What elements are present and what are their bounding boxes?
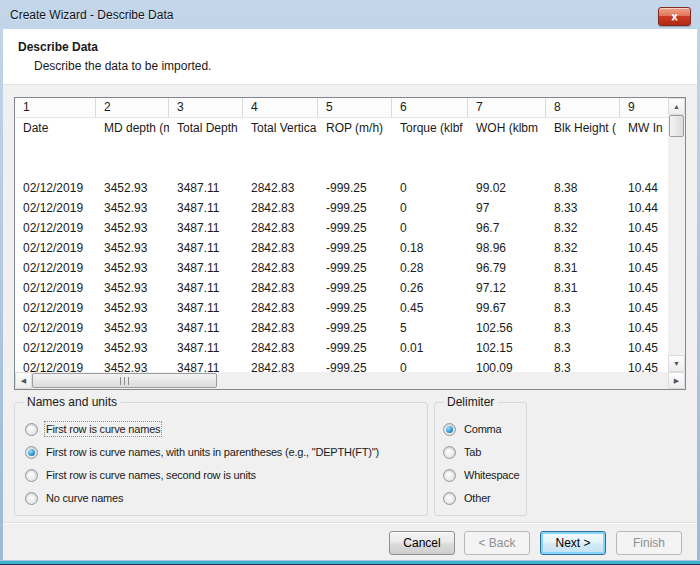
grid-cell: 97.12	[468, 278, 546, 298]
column-number-header[interactable]: 1	[15, 98, 96, 117]
grid-cell: 02/12/2019	[15, 358, 96, 372]
radio-second-row-units[interactable]: First row is curve names, second row is …	[25, 465, 421, 485]
grid-cell: 02/12/2019	[15, 298, 96, 318]
radio-icon[interactable]	[443, 469, 456, 482]
horizontal-scrollbar[interactable]: ◀ ▶	[15, 372, 685, 389]
finish-button[interactable]: Finish	[616, 531, 682, 555]
radio-icon[interactable]	[25, 469, 38, 482]
grid-cell: 3487.11	[169, 258, 243, 278]
radio-label: First row is curve names	[46, 423, 160, 435]
radio-label: Tab	[464, 446, 481, 458]
radio-whitespace[interactable]: Whitespace	[443, 465, 522, 485]
grid-cell: 0	[392, 178, 468, 198]
horizontal-scroll-thumb[interactable]	[32, 373, 217, 388]
grid-cell	[169, 158, 243, 178]
grid-cell: 10.45	[620, 258, 668, 278]
close-button[interactable]: x	[658, 7, 691, 26]
grid-cell	[15, 158, 96, 178]
close-icon: x	[671, 10, 677, 22]
empty-row[interactable]	[15, 158, 668, 178]
column-number-header[interactable]: 2	[96, 98, 169, 117]
data-row[interactable]: 02/12/20193452.933487.112842.83-999.250.…	[15, 278, 668, 298]
grid-cell: 0.18	[392, 238, 468, 258]
grid-cell: 3487.11	[169, 278, 243, 298]
grid-cell	[546, 158, 620, 178]
grid-cell: 3487.11	[169, 338, 243, 358]
radio-names-with-units-parentheses[interactable]: First row is curve names, with units in …	[25, 442, 421, 462]
vertical-scroll-track[interactable]	[668, 137, 685, 355]
radio-icon[interactable]	[443, 492, 456, 505]
data-row[interactable]: 02/12/20193452.933487.112842.83-999.2501…	[15, 358, 668, 372]
scroll-down-icon[interactable]: ▼	[668, 355, 685, 372]
radio-label: Whitespace	[464, 469, 519, 481]
vertical-scrollbar[interactable]: ▲ ▼	[668, 98, 685, 372]
column-names-row[interactable]: DateMD depth (mTotal DepthTotal VerticaR…	[15, 118, 668, 138]
grid-cell: WOH (klbm	[468, 118, 546, 138]
data-preview-grid: 123456789 DateMD depth (mTotal DepthTota…	[14, 97, 686, 390]
data-row[interactable]: 02/12/20193452.933487.112842.83-999.250.…	[15, 258, 668, 278]
scroll-left-icon[interactable]: ◀	[15, 372, 32, 389]
grid-main: 123456789 DateMD depth (mTotal DepthTota…	[15, 98, 668, 372]
grid-cell: 2842.83	[243, 258, 318, 278]
data-row[interactable]: 02/12/20193452.933487.112842.83-999.2551…	[15, 318, 668, 338]
title-bar[interactable]: Create Wizard - Describe Data x	[0, 0, 700, 29]
data-row[interactable]: 02/12/20193452.933487.112842.83-999.250.…	[15, 338, 668, 358]
next-button[interactable]: Next >	[540, 531, 606, 555]
grid-cell: 2842.83	[243, 218, 318, 238]
grid-cell: 2842.83	[243, 318, 318, 338]
radio-icon[interactable]	[25, 423, 38, 436]
radio-no-curve-names[interactable]: No curve names	[25, 488, 421, 508]
grid-cell: 8.3	[546, 298, 620, 318]
window-title: Create Wizard - Describe Data	[10, 8, 173, 22]
radio-icon[interactable]	[25, 492, 38, 505]
column-number-header[interactable]: 3	[169, 98, 243, 117]
grid-cell	[96, 158, 169, 178]
grid-cell	[620, 138, 668, 158]
grid-cell: 10.45	[620, 338, 668, 358]
grid-cell: 102.15	[468, 338, 546, 358]
radio-label: No curve names	[46, 492, 123, 504]
grid-cell: 8.3	[546, 318, 620, 338]
radio-selected-icon[interactable]	[25, 446, 38, 459]
column-number-header[interactable]: 5	[318, 98, 392, 117]
grid-cell	[468, 138, 546, 158]
grid-cell: 100.09	[468, 358, 546, 372]
back-button[interactable]: < Back	[464, 531, 530, 555]
radio-other[interactable]: Other	[443, 488, 522, 508]
data-row[interactable]: 02/12/20193452.933487.112842.83-999.2509…	[15, 178, 668, 198]
column-number-header[interactable]: 7	[468, 98, 546, 117]
grid-cell	[468, 158, 546, 178]
grid-cell: 3452.93	[96, 278, 169, 298]
grid-cell: 02/12/2019	[15, 258, 96, 278]
column-number-header[interactable]: 6	[392, 98, 468, 117]
dialog-client-area: Describe Data Describe the data to be im…	[3, 29, 697, 560]
column-number-header[interactable]: 9	[620, 98, 668, 117]
page-subtitle: Describe the data to be imported.	[34, 59, 697, 73]
grid-column-numbers: 123456789	[15, 98, 668, 118]
radio-comma[interactable]: Comma	[443, 419, 522, 439]
radio-icon[interactable]	[443, 446, 456, 459]
delimiter-group: Delimiter Comma Tab Whitespace Other	[434, 402, 527, 516]
grid-cell: 3487.11	[169, 198, 243, 218]
grid-cell	[169, 138, 243, 158]
data-row[interactable]: 02/12/20193452.933487.112842.83-999.2509…	[15, 198, 668, 218]
cancel-button[interactable]: Cancel	[389, 531, 455, 555]
scroll-right-icon[interactable]: ▶	[668, 372, 685, 389]
horizontal-scroll-track[interactable]	[217, 372, 668, 389]
data-row[interactable]: 02/12/20193452.933487.112842.83-999.250.…	[15, 298, 668, 318]
radio-selected-icon[interactable]	[443, 423, 456, 436]
grid-cell: 8.38	[546, 178, 620, 198]
column-number-header[interactable]: 4	[243, 98, 318, 117]
grid-cell: 3487.11	[169, 358, 243, 372]
page-title: Describe Data	[18, 40, 697, 54]
scroll-up-icon[interactable]: ▲	[668, 98, 685, 115]
vertical-scroll-thumb[interactable]	[669, 115, 684, 137]
radio-tab[interactable]: Tab	[443, 442, 522, 462]
grid-cell	[96, 138, 169, 158]
column-number-header[interactable]: 8	[546, 98, 620, 117]
grid-cell: 3452.93	[96, 318, 169, 338]
data-row[interactable]: 02/12/20193452.933487.112842.83-999.2509…	[15, 218, 668, 238]
data-row[interactable]: 02/12/20193452.933487.112842.83-999.250.…	[15, 238, 668, 258]
empty-row[interactable]	[15, 138, 668, 158]
radio-first-row-names[interactable]: First row is curve names	[25, 419, 421, 439]
